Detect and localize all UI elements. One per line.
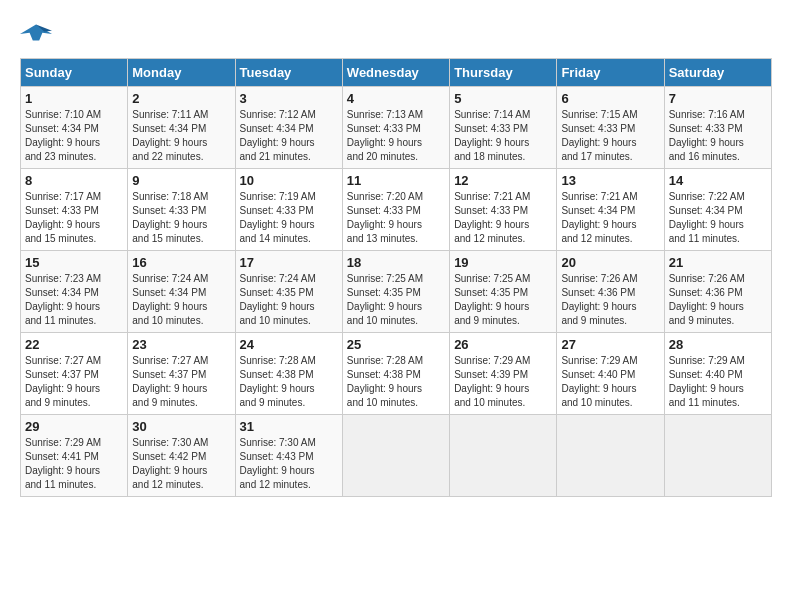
calendar-cell: 31Sunrise: 7:30 AM Sunset: 4:43 PM Dayli…: [235, 415, 342, 497]
day-detail: Sunrise: 7:22 AM Sunset: 4:34 PM Dayligh…: [669, 190, 767, 246]
day-number: 1: [25, 91, 123, 106]
calendar-cell: 1Sunrise: 7:10 AM Sunset: 4:34 PM Daylig…: [21, 87, 128, 169]
day-detail: Sunrise: 7:11 AM Sunset: 4:34 PM Dayligh…: [132, 108, 230, 164]
calendar-cell: 19Sunrise: 7:25 AM Sunset: 4:35 PM Dayli…: [450, 251, 557, 333]
day-detail: Sunrise: 7:24 AM Sunset: 4:35 PM Dayligh…: [240, 272, 338, 328]
day-number: 9: [132, 173, 230, 188]
day-number: 4: [347, 91, 445, 106]
day-detail: Sunrise: 7:29 AM Sunset: 4:41 PM Dayligh…: [25, 436, 123, 492]
calendar-cell: [664, 415, 771, 497]
day-number: 12: [454, 173, 552, 188]
day-detail: Sunrise: 7:28 AM Sunset: 4:38 PM Dayligh…: [347, 354, 445, 410]
calendar-cell: [450, 415, 557, 497]
calendar-cell: 21Sunrise: 7:26 AM Sunset: 4:36 PM Dayli…: [664, 251, 771, 333]
day-number: 10: [240, 173, 338, 188]
calendar-cell: 10Sunrise: 7:19 AM Sunset: 4:33 PM Dayli…: [235, 169, 342, 251]
day-number: 15: [25, 255, 123, 270]
calendar-cell: 24Sunrise: 7:28 AM Sunset: 4:38 PM Dayli…: [235, 333, 342, 415]
day-detail: Sunrise: 7:29 AM Sunset: 4:40 PM Dayligh…: [561, 354, 659, 410]
calendar-week-3: 15Sunrise: 7:23 AM Sunset: 4:34 PM Dayli…: [21, 251, 772, 333]
day-number: 30: [132, 419, 230, 434]
day-number: 2: [132, 91, 230, 106]
day-detail: Sunrise: 7:21 AM Sunset: 4:33 PM Dayligh…: [454, 190, 552, 246]
calendar-cell: 15Sunrise: 7:23 AM Sunset: 4:34 PM Dayli…: [21, 251, 128, 333]
calendar-cell: 30Sunrise: 7:30 AM Sunset: 4:42 PM Dayli…: [128, 415, 235, 497]
day-number: 7: [669, 91, 767, 106]
calendar-cell: 11Sunrise: 7:20 AM Sunset: 4:33 PM Dayli…: [342, 169, 449, 251]
calendar-cell: 18Sunrise: 7:25 AM Sunset: 4:35 PM Dayli…: [342, 251, 449, 333]
day-number: 31: [240, 419, 338, 434]
calendar-cell: 9Sunrise: 7:18 AM Sunset: 4:33 PM Daylig…: [128, 169, 235, 251]
day-header-thursday: Thursday: [450, 59, 557, 87]
day-number: 20: [561, 255, 659, 270]
day-number: 27: [561, 337, 659, 352]
day-detail: Sunrise: 7:29 AM Sunset: 4:40 PM Dayligh…: [669, 354, 767, 410]
day-number: 16: [132, 255, 230, 270]
day-detail: Sunrise: 7:12 AM Sunset: 4:34 PM Dayligh…: [240, 108, 338, 164]
day-detail: Sunrise: 7:27 AM Sunset: 4:37 PM Dayligh…: [25, 354, 123, 410]
day-detail: Sunrise: 7:29 AM Sunset: 4:39 PM Dayligh…: [454, 354, 552, 410]
calendar-cell: 23Sunrise: 7:27 AM Sunset: 4:37 PM Dayli…: [128, 333, 235, 415]
day-header-tuesday: Tuesday: [235, 59, 342, 87]
calendar-cell: 25Sunrise: 7:28 AM Sunset: 4:38 PM Dayli…: [342, 333, 449, 415]
day-detail: Sunrise: 7:14 AM Sunset: 4:33 PM Dayligh…: [454, 108, 552, 164]
calendar-cell: [342, 415, 449, 497]
day-detail: Sunrise: 7:17 AM Sunset: 4:33 PM Dayligh…: [25, 190, 123, 246]
day-number: 29: [25, 419, 123, 434]
calendar-cell: 16Sunrise: 7:24 AM Sunset: 4:34 PM Dayli…: [128, 251, 235, 333]
day-header-monday: Monday: [128, 59, 235, 87]
day-detail: Sunrise: 7:10 AM Sunset: 4:34 PM Dayligh…: [25, 108, 123, 164]
calendar-cell: 28Sunrise: 7:29 AM Sunset: 4:40 PM Dayli…: [664, 333, 771, 415]
day-number: 5: [454, 91, 552, 106]
day-detail: Sunrise: 7:28 AM Sunset: 4:38 PM Dayligh…: [240, 354, 338, 410]
calendar-cell: 6Sunrise: 7:15 AM Sunset: 4:33 PM Daylig…: [557, 87, 664, 169]
svg-marker-0: [20, 24, 52, 40]
day-number: 24: [240, 337, 338, 352]
page-header: [20, 20, 772, 48]
day-number: 23: [132, 337, 230, 352]
logo-icon: [20, 20, 52, 48]
day-number: 13: [561, 173, 659, 188]
logo: [20, 20, 56, 48]
day-number: 3: [240, 91, 338, 106]
day-number: 22: [25, 337, 123, 352]
day-detail: Sunrise: 7:23 AM Sunset: 4:34 PM Dayligh…: [25, 272, 123, 328]
calendar-cell: 12Sunrise: 7:21 AM Sunset: 4:33 PM Dayli…: [450, 169, 557, 251]
calendar-cell: 22Sunrise: 7:27 AM Sunset: 4:37 PM Dayli…: [21, 333, 128, 415]
calendar-week-1: 1Sunrise: 7:10 AM Sunset: 4:34 PM Daylig…: [21, 87, 772, 169]
day-header-saturday: Saturday: [664, 59, 771, 87]
day-detail: Sunrise: 7:24 AM Sunset: 4:34 PM Dayligh…: [132, 272, 230, 328]
day-detail: Sunrise: 7:25 AM Sunset: 4:35 PM Dayligh…: [454, 272, 552, 328]
day-header-wednesday: Wednesday: [342, 59, 449, 87]
calendar-cell: 26Sunrise: 7:29 AM Sunset: 4:39 PM Dayli…: [450, 333, 557, 415]
calendar-cell: 14Sunrise: 7:22 AM Sunset: 4:34 PM Dayli…: [664, 169, 771, 251]
day-header-friday: Friday: [557, 59, 664, 87]
day-detail: Sunrise: 7:20 AM Sunset: 4:33 PM Dayligh…: [347, 190, 445, 246]
day-detail: Sunrise: 7:18 AM Sunset: 4:33 PM Dayligh…: [132, 190, 230, 246]
day-number: 26: [454, 337, 552, 352]
day-detail: Sunrise: 7:13 AM Sunset: 4:33 PM Dayligh…: [347, 108, 445, 164]
calendar-cell: 4Sunrise: 7:13 AM Sunset: 4:33 PM Daylig…: [342, 87, 449, 169]
calendar-cell: 27Sunrise: 7:29 AM Sunset: 4:40 PM Dayli…: [557, 333, 664, 415]
day-detail: Sunrise: 7:19 AM Sunset: 4:33 PM Dayligh…: [240, 190, 338, 246]
day-detail: Sunrise: 7:27 AM Sunset: 4:37 PM Dayligh…: [132, 354, 230, 410]
calendar-cell: 7Sunrise: 7:16 AM Sunset: 4:33 PM Daylig…: [664, 87, 771, 169]
day-number: 25: [347, 337, 445, 352]
day-detail: Sunrise: 7:16 AM Sunset: 4:33 PM Dayligh…: [669, 108, 767, 164]
day-detail: Sunrise: 7:30 AM Sunset: 4:42 PM Dayligh…: [132, 436, 230, 492]
calendar-header-row: SundayMondayTuesdayWednesdayThursdayFrid…: [21, 59, 772, 87]
calendar-cell: 3Sunrise: 7:12 AM Sunset: 4:34 PM Daylig…: [235, 87, 342, 169]
day-number: 21: [669, 255, 767, 270]
day-number: 14: [669, 173, 767, 188]
calendar-week-4: 22Sunrise: 7:27 AM Sunset: 4:37 PM Dayli…: [21, 333, 772, 415]
calendar-cell: 2Sunrise: 7:11 AM Sunset: 4:34 PM Daylig…: [128, 87, 235, 169]
calendar-cell: 17Sunrise: 7:24 AM Sunset: 4:35 PM Dayli…: [235, 251, 342, 333]
day-number: 19: [454, 255, 552, 270]
calendar-table: SundayMondayTuesdayWednesdayThursdayFrid…: [20, 58, 772, 497]
day-detail: Sunrise: 7:15 AM Sunset: 4:33 PM Dayligh…: [561, 108, 659, 164]
calendar-cell: [557, 415, 664, 497]
day-number: 28: [669, 337, 767, 352]
day-number: 18: [347, 255, 445, 270]
day-detail: Sunrise: 7:30 AM Sunset: 4:43 PM Dayligh…: [240, 436, 338, 492]
calendar-cell: 5Sunrise: 7:14 AM Sunset: 4:33 PM Daylig…: [450, 87, 557, 169]
